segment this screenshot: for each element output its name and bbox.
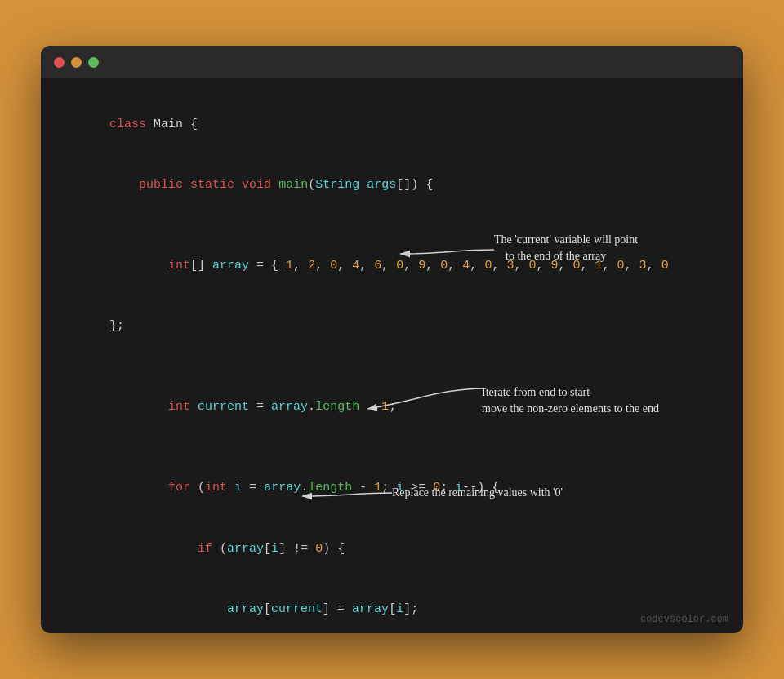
close-dot[interactable] xyxy=(54,57,65,68)
code-line-8 xyxy=(65,438,719,459)
annotation-current: The 'current' variable will point to the… xyxy=(494,232,638,264)
annotation-replace: Replace the remaining values with '0' xyxy=(392,485,563,501)
titlebar xyxy=(41,46,743,78)
arrow-replace xyxy=(294,478,396,511)
code-line-11: array[current] = array[i]; xyxy=(65,579,719,633)
code-area: class Main { public static void main(Str… xyxy=(41,78,743,633)
code-line-5: }; xyxy=(65,297,719,357)
arrow-iterate xyxy=(359,372,490,417)
code-line-10: if (array[i] != 0) { xyxy=(65,519,719,579)
arrow-current xyxy=(392,237,498,270)
code-window: class Main { public static void main(Str… xyxy=(41,46,743,633)
minimize-dot[interactable] xyxy=(71,57,82,68)
code-line-1: class Main { xyxy=(65,95,719,155)
watermark: codevscolor.com xyxy=(640,614,728,625)
code-line-2: public static void main(String args[]) { xyxy=(65,155,719,215)
maximize-dot[interactable] xyxy=(88,57,99,68)
annotation-iterate: Iterate from end to startmove the non-ze… xyxy=(482,384,659,416)
